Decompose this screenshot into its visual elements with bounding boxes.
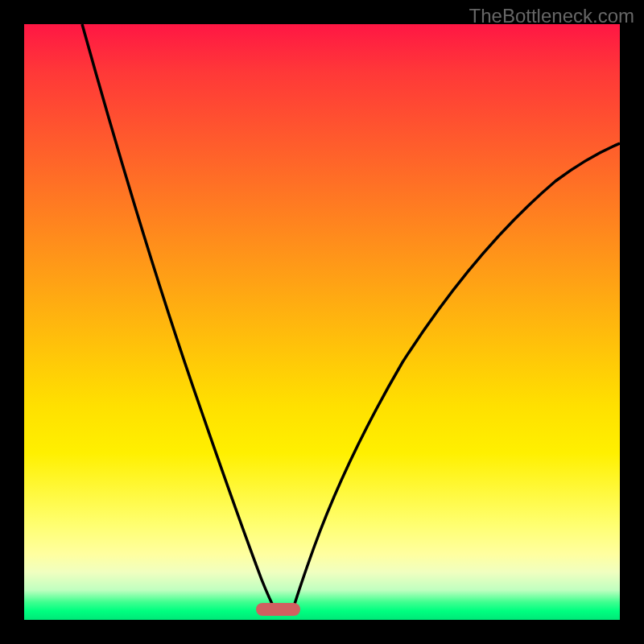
chart-container: TheBottleneck.com	[0, 0, 644, 644]
attribution-label: TheBottleneck.com	[469, 5, 634, 27]
bottleneck-curves	[24, 24, 620, 620]
optimum-marker	[256, 603, 300, 616]
plot-area	[24, 24, 620, 620]
left-curve	[82, 24, 276, 612]
right-curve	[292, 143, 620, 612]
